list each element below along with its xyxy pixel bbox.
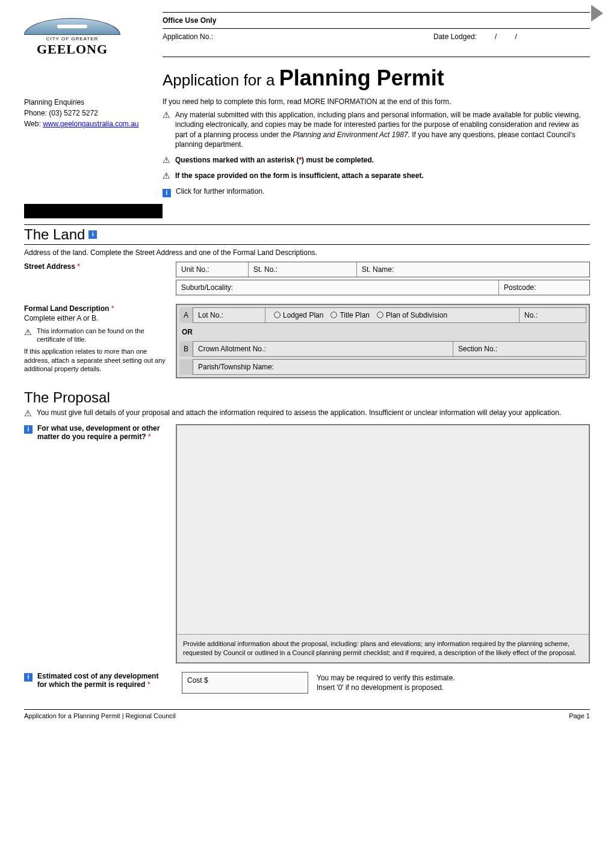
parish-township-field[interactable]: Parish/Township Name: (193, 360, 586, 374)
formal-land-note: This information can be found on the cer… (37, 327, 169, 344)
proposal-warning-text: You must give full details of your propo… (37, 408, 561, 418)
section-the-proposal: The Proposal (24, 389, 590, 406)
cost-label: Estimated cost of any development for wh… (37, 672, 158, 689)
street-address-line1[interactable]: Unit No.: St. No.: St. Name: (176, 262, 590, 277)
contact-web-link[interactable]: www.geelongaustralia.com.au (43, 120, 138, 128)
lot-no-field[interactable]: Lot No.: (193, 308, 265, 322)
logo-caption: CITY OF GREATER (24, 36, 120, 42)
next-page-arrow[interactable] (591, 5, 603, 22)
postcode-field[interactable]: Postcode: (499, 280, 589, 295)
footer-left: Application for a Planning Permit | Regi… (24, 712, 569, 719)
crown-allotment-field[interactable]: Crown Allotment No.: (193, 342, 453, 356)
page-title: Application for a Planning Permit (163, 66, 590, 91)
radio-lodged-plan[interactable]: Lodged Plan (274, 311, 323, 319)
contact-block: Planning Enquiries Phone: (03) 5272 5272… (24, 97, 163, 200)
contact-web-label: Web: (24, 120, 43, 128)
section-no-field[interactable]: Section No.: (453, 342, 586, 356)
or-label: OR (179, 325, 207, 339)
option-b-label: B (179, 341, 193, 357)
contact-heading: Planning Enquiries (24, 97, 163, 108)
info-icon[interactable]: i (24, 425, 33, 434)
formal-land-more: If this application relates to more than… (24, 347, 169, 373)
date-slash-1: / (495, 32, 497, 41)
warning-icon (24, 408, 32, 418)
land-subheading: Address of the land. Complete the Street… (24, 248, 590, 257)
cost-field[interactable]: Cost $ (182, 672, 308, 694)
intro-disclosure: Any material submitted with this applica… (175, 110, 590, 149)
intro-space-note: If the space provided on the form is ins… (175, 171, 424, 180)
office-heading: Office Use Only (163, 13, 590, 29)
intro-click-info: Click for further information. (176, 186, 264, 196)
intro-asterisk-note: Questions marked with an asterisk (*) mu… (175, 155, 374, 165)
section-the-land: The Land i (24, 226, 97, 243)
suburb-field[interactable]: Suburb/Locality: (176, 280, 499, 295)
date-slash-2: / (515, 32, 516, 41)
street-address-label: Street Address (24, 262, 75, 271)
proposal-question-label: For what use, development or other matte… (37, 424, 160, 441)
info-icon[interactable]: i (88, 230, 97, 239)
warning-icon (163, 155, 170, 165)
intro-help-line: If you need help to complete this form, … (163, 97, 590, 106)
footer-page: Page 1 (569, 712, 590, 719)
date-lodged-label: Date Lodged: (433, 32, 477, 41)
radio-title-plan[interactable]: Title Plan (330, 311, 370, 319)
info-icon[interactable]: i (24, 673, 33, 682)
decorative-black-strip (24, 204, 163, 218)
cost-note-2: Insert '0' if no development is proposed… (317, 683, 588, 692)
street-address-line2[interactable]: Suburb/Locality: Postcode: (176, 280, 590, 295)
warning-icon (163, 110, 170, 120)
warning-icon (163, 171, 170, 180)
st-no-field[interactable]: St. No.: (249, 262, 357, 277)
st-name-field[interactable]: St. Name: (357, 262, 589, 277)
plan-no-field[interactable]: No.: (519, 308, 586, 322)
proposal-description-field[interactable]: Provide additional information about the… (176, 424, 590, 663)
contact-phone: Phone: (03) 5272 5272 (24, 108, 163, 119)
formal-land-sub: Complete either A or B. (24, 313, 169, 323)
cost-note-1: You may be required to verify this estim… (317, 673, 588, 683)
council-logo: CITY OF GREATER GEELONG (24, 12, 163, 57)
info-icon: i (163, 189, 171, 197)
proposal-footnote: Provide additional information about the… (177, 634, 589, 662)
unit-no-field[interactable]: Unit No.: (176, 262, 249, 277)
warning-icon (24, 327, 32, 337)
office-use-only: Office Use Only Application No.: Date Lo… (163, 12, 590, 57)
application-no-label: Application No.: (163, 32, 433, 41)
radio-plan-of-subdivision[interactable]: Plan of Subdivision (377, 311, 447, 319)
formal-land-label: Formal Land Description (24, 304, 109, 313)
option-a-label: A (179, 307, 193, 323)
logo-name: GEELONG (24, 42, 120, 57)
